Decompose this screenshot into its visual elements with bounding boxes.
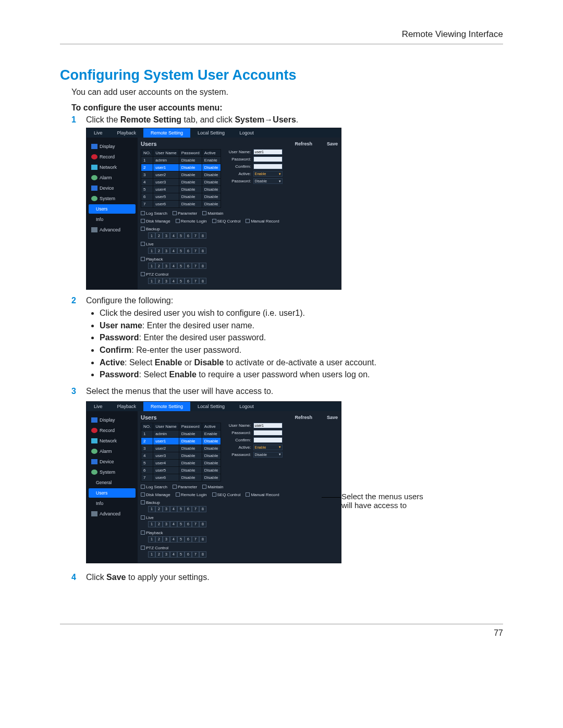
channel-2[interactable]: 2 [155, 536, 163, 542]
sidebar-sub-info[interactable]: Info [89, 499, 136, 508]
channel-7[interactable]: 7 [192, 263, 199, 269]
pwdreq-select[interactable]: Disable▾ [253, 452, 283, 458]
channel-5[interactable]: 5 [177, 506, 185, 512]
channel-5[interactable]: 5 [177, 278, 185, 284]
tab-local-setting[interactable]: Local Setting [190, 128, 232, 138]
checkbox[interactable] [141, 257, 145, 261]
channel-2[interactable]: 2 [155, 263, 163, 269]
sidebar-item-network[interactable]: Network [89, 436, 136, 446]
tab-playback[interactable]: Playback [110, 402, 144, 411]
pwdreq-select[interactable]: Disable▾ [253, 178, 283, 184]
sidebar-item-system[interactable]: System [89, 467, 136, 477]
checkbox[interactable] [202, 211, 206, 215]
sidebar-item-advanced[interactable]: Advanced [89, 225, 136, 235]
checkbox[interactable] [173, 211, 177, 215]
channel-1[interactable]: 1 [148, 263, 155, 269]
channel-7[interactable]: 7 [192, 248, 199, 254]
channel-8[interactable]: 8 [199, 278, 206, 284]
channel-6[interactable]: 6 [185, 536, 192, 542]
channel-5[interactable]: 5 [177, 232, 185, 239]
channel-4[interactable]: 4 [170, 278, 177, 284]
channel-3[interactable]: 3 [163, 248, 170, 254]
channel-8[interactable]: 8 [199, 551, 206, 558]
sidebar-item-alarm[interactable]: Alarm [89, 447, 136, 456]
channel-4[interactable]: 4 [170, 536, 177, 542]
channel-4[interactable]: 4 [170, 248, 177, 254]
channel-7[interactable]: 7 [192, 506, 199, 512]
channel-2[interactable]: 2 [155, 551, 163, 558]
table-row[interactable]: 1adminDisableEnable [141, 157, 221, 164]
tab-logout[interactable]: Logout [232, 402, 261, 411]
checkbox[interactable] [141, 211, 145, 215]
active-select[interactable]: Enable▾ [253, 171, 283, 177]
channel-8[interactable]: 8 [199, 536, 206, 542]
password-input[interactable] [253, 156, 283, 162]
table-row[interactable]: 4user3DisableDisable [141, 179, 221, 186]
table-row[interactable]: 5user4DisableDisable [141, 186, 221, 193]
channel-2[interactable]: 2 [155, 232, 163, 239]
checkbox[interactable] [141, 272, 145, 276]
channel-3[interactable]: 3 [163, 278, 170, 284]
channel-8[interactable]: 8 [199, 521, 206, 527]
channel-8[interactable]: 8 [199, 506, 206, 512]
channel-5[interactable]: 5 [177, 521, 185, 527]
table-row[interactable]: 2user1DisableDisable [141, 164, 221, 171]
channel-7[interactable]: 7 [192, 521, 199, 527]
channel-6[interactable]: 6 [185, 248, 192, 254]
checkbox[interactable] [173, 485, 177, 489]
save-button[interactable]: Save [327, 415, 338, 420]
channel-5[interactable]: 5 [177, 551, 185, 558]
table-row[interactable]: 7user6DisableDisable [141, 201, 221, 208]
refresh-button[interactable]: Refresh [295, 415, 312, 420]
password-input[interactable] [253, 430, 283, 436]
channel-6[interactable]: 6 [185, 551, 192, 558]
tab-local-setting[interactable]: Local Setting [190, 402, 232, 411]
checkbox[interactable] [246, 219, 250, 223]
checkbox[interactable] [141, 492, 145, 497]
checkbox[interactable] [212, 219, 216, 223]
sidebar-item-advanced[interactable]: Advanced [89, 509, 136, 519]
table-row[interactable]: 3user2DisableDisable [141, 171, 221, 179]
sidebar-sub-users[interactable]: Users [89, 488, 136, 498]
checkbox[interactable] [202, 485, 206, 489]
username-input[interactable] [253, 423, 283, 428]
checkbox[interactable] [212, 492, 216, 497]
sidebar-sub-general[interactable]: General [89, 478, 136, 487]
sidebar-item-record[interactable]: Record [89, 152, 136, 162]
sidebar-item-record[interactable]: Record [89, 426, 136, 435]
channel-3[interactable]: 3 [163, 506, 170, 512]
sidebar-item-system[interactable]: System [89, 194, 136, 203]
channel-3[interactable]: 3 [163, 551, 170, 558]
channel-7[interactable]: 7 [192, 278, 199, 284]
channel-1[interactable]: 1 [148, 506, 155, 512]
table-row[interactable]: 3user2DisableDisable [141, 445, 221, 452]
channel-6[interactable]: 6 [185, 278, 192, 284]
tab-remote-setting[interactable]: Remote Setting [143, 402, 190, 411]
channel-3[interactable]: 3 [163, 263, 170, 269]
channel-3[interactable]: 3 [163, 536, 170, 542]
channel-8[interactable]: 8 [199, 232, 206, 239]
channel-4[interactable]: 4 [170, 506, 177, 512]
tab-playback[interactable]: Playback [110, 128, 144, 138]
channel-6[interactable]: 6 [185, 232, 192, 239]
channel-8[interactable]: 8 [199, 263, 206, 269]
sidebar-item-alarm[interactable]: Alarm [89, 173, 136, 182]
channel-2[interactable]: 2 [155, 506, 163, 512]
channel-1[interactable]: 1 [148, 536, 155, 542]
table-row[interactable]: 1adminDisableEnable [141, 430, 221, 437]
channel-4[interactable]: 4 [170, 551, 177, 558]
channel-1[interactable]: 1 [148, 232, 155, 239]
active-select[interactable]: Enable▾ [253, 445, 283, 450]
sidebar-item-display[interactable]: Display [89, 415, 136, 425]
checkbox[interactable] [176, 219, 180, 223]
channel-4[interactable]: 4 [170, 263, 177, 269]
tab-live[interactable]: Live [87, 128, 110, 138]
sidebar-item-device[interactable]: Device [89, 457, 136, 466]
channel-5[interactable]: 5 [177, 536, 185, 542]
channel-7[interactable]: 7 [192, 551, 199, 558]
sidebar-item-network[interactable]: Network [89, 163, 136, 172]
channel-1[interactable]: 1 [148, 278, 155, 284]
channel-7[interactable]: 7 [192, 232, 199, 239]
table-row[interactable]: 6user5DisableDisable [141, 193, 221, 201]
checkbox[interactable] [141, 242, 145, 246]
